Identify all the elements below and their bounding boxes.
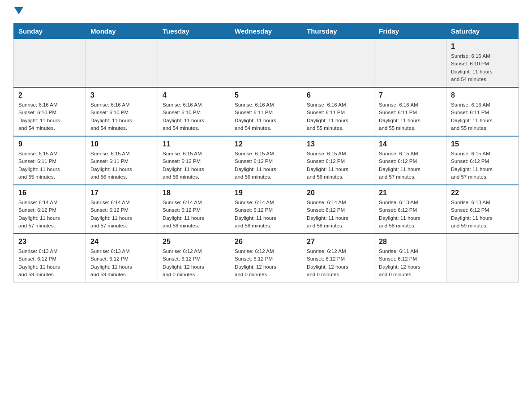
day-number: 23 bbox=[18, 238, 81, 246]
day-info: Sunrise: 6:15 AMSunset: 6:12 PMDaylight:… bbox=[379, 150, 442, 181]
calendar-cell: 5Sunrise: 6:16 AMSunset: 6:11 PMDaylight… bbox=[230, 87, 302, 136]
day-number: 10 bbox=[90, 140, 153, 148]
day-number: 24 bbox=[90, 238, 153, 246]
calendar-cell: 24Sunrise: 6:13 AMSunset: 6:12 PMDayligh… bbox=[86, 234, 158, 283]
day-info: Sunrise: 6:12 AMSunset: 6:12 PMDaylight:… bbox=[307, 248, 369, 278]
calendar-week-row: 9Sunrise: 6:15 AMSunset: 6:11 PMDaylight… bbox=[14, 136, 519, 185]
page-header bbox=[13, 9, 519, 16]
col-tuesday: Tuesday bbox=[158, 24, 230, 39]
calendar-cell: 22Sunrise: 6:13 AMSunset: 6:12 PMDayligh… bbox=[446, 185, 519, 234]
day-number: 21 bbox=[379, 189, 442, 197]
day-info: Sunrise: 6:11 AMSunset: 6:12 PMDaylight:… bbox=[379, 248, 442, 278]
calendar-week-row: 16Sunrise: 6:14 AMSunset: 6:12 PMDayligh… bbox=[14, 185, 519, 234]
calendar-cell bbox=[446, 234, 519, 283]
col-sunday: Sunday bbox=[14, 24, 86, 39]
calendar-cell: 16Sunrise: 6:14 AMSunset: 6:12 PMDayligh… bbox=[14, 185, 86, 234]
day-info: Sunrise: 6:16 AMSunset: 6:10 PMDaylight:… bbox=[18, 101, 81, 132]
calendar-cell: 19Sunrise: 6:14 AMSunset: 6:12 PMDayligh… bbox=[230, 185, 302, 234]
calendar-week-row: 2Sunrise: 6:16 AMSunset: 6:10 PMDaylight… bbox=[14, 87, 519, 136]
calendar-cell: 12Sunrise: 6:15 AMSunset: 6:12 PMDayligh… bbox=[230, 136, 302, 185]
day-number: 6 bbox=[307, 91, 369, 99]
day-info: Sunrise: 6:15 AMSunset: 6:12 PMDaylight:… bbox=[235, 150, 297, 181]
day-number: 12 bbox=[235, 140, 297, 148]
calendar-cell bbox=[158, 39, 230, 88]
day-info: Sunrise: 6:14 AMSunset: 6:12 PMDaylight:… bbox=[235, 199, 297, 230]
day-info: Sunrise: 6:16 AMSunset: 6:10 PMDaylight:… bbox=[163, 101, 225, 132]
day-info: Sunrise: 6:14 AMSunset: 6:12 PMDaylight:… bbox=[18, 199, 81, 230]
day-number: 17 bbox=[90, 189, 153, 197]
day-info: Sunrise: 6:15 AMSunset: 6:12 PMDaylight:… bbox=[163, 150, 225, 181]
calendar-header: Sunday Monday Tuesday Wednesday Thursday… bbox=[14, 24, 519, 39]
day-number: 8 bbox=[451, 91, 514, 99]
day-number: 22 bbox=[451, 189, 514, 197]
day-info: Sunrise: 6:16 AMSunset: 6:10 PMDaylight:… bbox=[451, 52, 514, 83]
logo-triangle-icon bbox=[14, 7, 23, 14]
calendar-cell: 26Sunrise: 6:12 AMSunset: 6:12 PMDayligh… bbox=[230, 234, 302, 283]
day-number: 15 bbox=[451, 140, 514, 148]
day-info: Sunrise: 6:15 AMSunset: 6:12 PMDaylight:… bbox=[307, 150, 369, 181]
calendar-cell: 9Sunrise: 6:15 AMSunset: 6:11 PMDaylight… bbox=[14, 136, 86, 185]
day-info: Sunrise: 6:16 AMSunset: 6:11 PMDaylight:… bbox=[235, 101, 297, 132]
day-number: 19 bbox=[235, 189, 297, 197]
calendar-cell: 25Sunrise: 6:12 AMSunset: 6:12 PMDayligh… bbox=[158, 234, 230, 283]
calendar-cell: 15Sunrise: 6:15 AMSunset: 6:12 PMDayligh… bbox=[446, 136, 519, 185]
day-number: 3 bbox=[90, 91, 153, 99]
logo bbox=[13, 9, 23, 16]
calendar-table: Sunday Monday Tuesday Wednesday Thursday… bbox=[13, 23, 519, 283]
day-number: 5 bbox=[235, 91, 297, 99]
calendar-week-row: 23Sunrise: 6:13 AMSunset: 6:12 PMDayligh… bbox=[14, 234, 519, 283]
day-info: Sunrise: 6:16 AMSunset: 6:10 PMDaylight:… bbox=[90, 101, 153, 132]
day-info: Sunrise: 6:12 AMSunset: 6:12 PMDaylight:… bbox=[163, 248, 225, 278]
calendar-body: 1Sunrise: 6:16 AMSunset: 6:10 PMDaylight… bbox=[14, 39, 519, 283]
calendar-cell: 11Sunrise: 6:15 AMSunset: 6:12 PMDayligh… bbox=[158, 136, 230, 185]
day-number: 1 bbox=[451, 43, 514, 51]
col-thursday: Thursday bbox=[302, 24, 374, 39]
day-info: Sunrise: 6:13 AMSunset: 6:12 PMDaylight:… bbox=[379, 199, 442, 230]
day-number: 14 bbox=[379, 140, 442, 148]
calendar-cell: 14Sunrise: 6:15 AMSunset: 6:12 PMDayligh… bbox=[374, 136, 446, 185]
col-monday: Monday bbox=[86, 24, 158, 39]
day-number: 4 bbox=[163, 91, 225, 99]
day-info: Sunrise: 6:13 AMSunset: 6:12 PMDaylight:… bbox=[90, 248, 153, 278]
calendar-cell: 8Sunrise: 6:16 AMSunset: 6:11 PMDaylight… bbox=[446, 87, 519, 136]
calendar-cell: 28Sunrise: 6:11 AMSunset: 6:12 PMDayligh… bbox=[374, 234, 446, 283]
calendar-cell: 10Sunrise: 6:15 AMSunset: 6:11 PMDayligh… bbox=[86, 136, 158, 185]
day-info: Sunrise: 6:13 AMSunset: 6:12 PMDaylight:… bbox=[451, 199, 514, 230]
calendar-cell: 3Sunrise: 6:16 AMSunset: 6:10 PMDaylight… bbox=[86, 87, 158, 136]
day-number: 25 bbox=[163, 238, 225, 246]
calendar-cell bbox=[230, 39, 302, 88]
calendar-cell: 6Sunrise: 6:16 AMSunset: 6:11 PMDaylight… bbox=[302, 87, 374, 136]
calendar-cell: 20Sunrise: 6:14 AMSunset: 6:12 PMDayligh… bbox=[302, 185, 374, 234]
day-number: 9 bbox=[18, 140, 81, 148]
day-number: 26 bbox=[235, 238, 297, 246]
col-saturday: Saturday bbox=[446, 24, 519, 39]
day-number: 13 bbox=[307, 140, 369, 148]
day-number: 18 bbox=[163, 189, 225, 197]
day-number: 7 bbox=[379, 91, 442, 99]
day-info: Sunrise: 6:14 AMSunset: 6:12 PMDaylight:… bbox=[163, 199, 225, 230]
day-info: Sunrise: 6:16 AMSunset: 6:11 PMDaylight:… bbox=[379, 101, 442, 132]
calendar-cell: 13Sunrise: 6:15 AMSunset: 6:12 PMDayligh… bbox=[302, 136, 374, 185]
calendar-cell bbox=[374, 39, 446, 88]
day-info: Sunrise: 6:14 AMSunset: 6:12 PMDaylight:… bbox=[90, 199, 153, 230]
days-of-week-row: Sunday Monday Tuesday Wednesday Thursday… bbox=[14, 24, 519, 39]
col-friday: Friday bbox=[374, 24, 446, 39]
calendar-cell: 1Sunrise: 6:16 AMSunset: 6:10 PMDaylight… bbox=[446, 39, 519, 88]
calendar-cell: 2Sunrise: 6:16 AMSunset: 6:10 PMDaylight… bbox=[14, 87, 86, 136]
calendar-cell: 7Sunrise: 6:16 AMSunset: 6:11 PMDaylight… bbox=[374, 87, 446, 136]
calendar-cell: 18Sunrise: 6:14 AMSunset: 6:12 PMDayligh… bbox=[158, 185, 230, 234]
calendar-cell: 23Sunrise: 6:13 AMSunset: 6:12 PMDayligh… bbox=[14, 234, 86, 283]
calendar-cell: 21Sunrise: 6:13 AMSunset: 6:12 PMDayligh… bbox=[374, 185, 446, 234]
calendar-cell bbox=[86, 39, 158, 88]
day-number: 28 bbox=[379, 238, 442, 246]
calendar-cell: 17Sunrise: 6:14 AMSunset: 6:12 PMDayligh… bbox=[86, 185, 158, 234]
day-number: 20 bbox=[307, 189, 369, 197]
day-info: Sunrise: 6:15 AMSunset: 6:12 PMDaylight:… bbox=[451, 150, 514, 181]
calendar-cell: 4Sunrise: 6:16 AMSunset: 6:10 PMDaylight… bbox=[158, 87, 230, 136]
day-info: Sunrise: 6:13 AMSunset: 6:12 PMDaylight:… bbox=[18, 248, 81, 278]
calendar-cell bbox=[14, 39, 86, 88]
calendar-cell bbox=[302, 39, 374, 88]
day-number: 2 bbox=[18, 91, 81, 99]
day-info: Sunrise: 6:12 AMSunset: 6:12 PMDaylight:… bbox=[235, 248, 297, 278]
calendar-week-row: 1Sunrise: 6:16 AMSunset: 6:10 PMDaylight… bbox=[14, 39, 519, 88]
